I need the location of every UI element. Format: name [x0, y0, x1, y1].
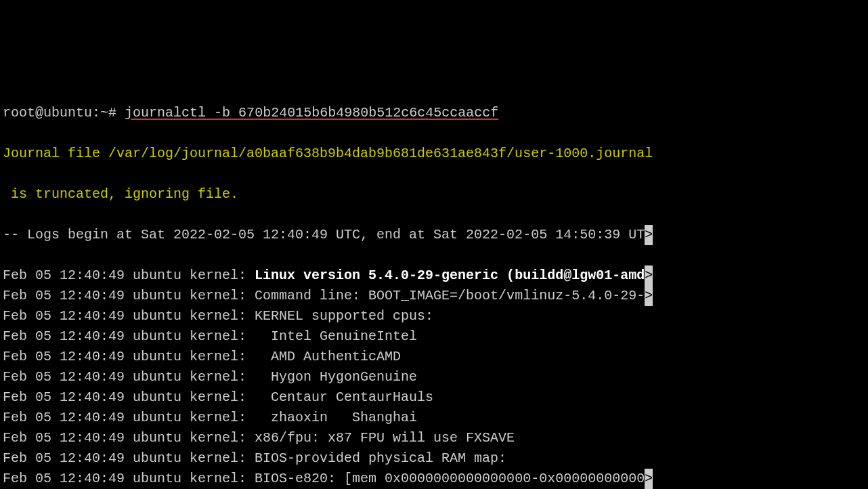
log-timestamp: Feb 05 12:40:49 ubuntu kernel: — [3, 349, 255, 364]
log-entry: Feb 05 12:40:49 ubuntu kernel: KERNEL su… — [3, 306, 865, 326]
prompt-symbol: # — [108, 105, 116, 121]
log-entry: Feb 05 12:40:49 ubuntu kernel: Intel Gen… — [3, 326, 865, 347]
log-message: BIOS-provided physical RAM map: — [255, 450, 506, 466]
log-timestamp: Feb 05 12:40:49 ubuntu kernel: — [3, 410, 255, 425]
log-message: KERNEL supported cpus: — [255, 308, 433, 324]
log-message: Hygon HygonGenuine — [255, 369, 417, 385]
log-entry: Feb 05 12:40:49 ubuntu kernel: zhaoxin S… — [3, 408, 865, 428]
warning-line-2: is truncated, ignoring file. — [3, 184, 865, 205]
truncation-indicator: > — [645, 225, 653, 245]
log-message: Command line: BOOT_IMAGE=/boot/vmlinuz-5… — [255, 288, 645, 303]
log-timestamp: Feb 05 12:40:49 ubuntu kernel: — [3, 268, 255, 283]
log-header: -- Logs begin at Sat 2022-02-05 12:40:49… — [3, 225, 865, 245]
log-timestamp: Feb 05 12:40:49 ubuntu kernel: — [3, 389, 255, 405]
log-timestamp: Feb 05 12:40:49 ubuntu kernel: — [3, 308, 255, 324]
log-entry: Feb 05 12:40:49 ubuntu kernel: x86/fpu: … — [3, 428, 865, 448]
log-message: BIOS-e820: [mem 0x0000000000000000-0x000… — [255, 471, 645, 486]
prompt-user-host: root@ubuntu — [3, 105, 92, 121]
log-timestamp: Feb 05 12:40:49 ubuntu kernel: — [3, 369, 255, 385]
terminal-output[interactable]: root@ubuntu:~# journalctl -b 670b24015b6… — [3, 83, 865, 489]
log-message: Intel GenuineIntel — [255, 328, 417, 344]
prompt-path: ~ — [100, 105, 108, 121]
log-timestamp: Feb 05 12:40:49 ubuntu kernel: — [3, 328, 255, 344]
log-message: Centaur CentaurHauls — [255, 389, 433, 405]
command-input[interactable]: journalctl -b 670b24015b6b4980b512c6c45c… — [125, 105, 498, 121]
log-entry: Feb 05 12:40:49 ubuntu kernel: Linux ver… — [3, 265, 865, 286]
log-message: AMD AuthenticAMD — [255, 349, 401, 364]
truncation-indicator: > — [645, 265, 653, 286]
log-entries: Feb 05 12:40:49 ubuntu kernel: Linux ver… — [3, 265, 865, 489]
log-message: x86/fpu: x87 FPU will use FXSAVE — [255, 430, 515, 446]
prompt-line: root@ubuntu:~# journalctl -b 670b24015b6… — [3, 103, 865, 123]
warning-line-1: Journal file /var/log/journal/a0baaf638b… — [3, 144, 865, 164]
prompt-space — [116, 105, 125, 121]
log-entry: Feb 05 12:40:49 ubuntu kernel: Hygon Hyg… — [3, 367, 865, 387]
log-entry: Feb 05 12:40:49 ubuntu kernel: BIOS-prov… — [3, 448, 865, 469]
prompt-colon: : — [92, 105, 100, 121]
truncation-indicator: > — [645, 286, 653, 306]
log-message: zhaoxin Shanghai — [255, 410, 417, 425]
log-message: Linux version 5.4.0-29-generic (buildd@l… — [255, 268, 645, 283]
log-timestamp: Feb 05 12:40:49 ubuntu kernel: — [3, 430, 255, 446]
log-entry: Feb 05 12:40:49 ubuntu kernel: Command l… — [3, 286, 865, 306]
log-entry: Feb 05 12:40:49 ubuntu kernel: Centaur C… — [3, 387, 865, 408]
log-entry: Feb 05 12:40:49 ubuntu kernel: AMD Authe… — [3, 347, 865, 367]
log-timestamp: Feb 05 12:40:49 ubuntu kernel: — [3, 450, 255, 466]
log-timestamp: Feb 05 12:40:49 ubuntu kernel: — [3, 288, 255, 303]
log-timestamp: Feb 05 12:40:49 ubuntu kernel: — [3, 471, 255, 486]
log-entry: Feb 05 12:40:49 ubuntu kernel: BIOS-e820… — [3, 469, 865, 489]
truncation-indicator: > — [645, 469, 653, 489]
